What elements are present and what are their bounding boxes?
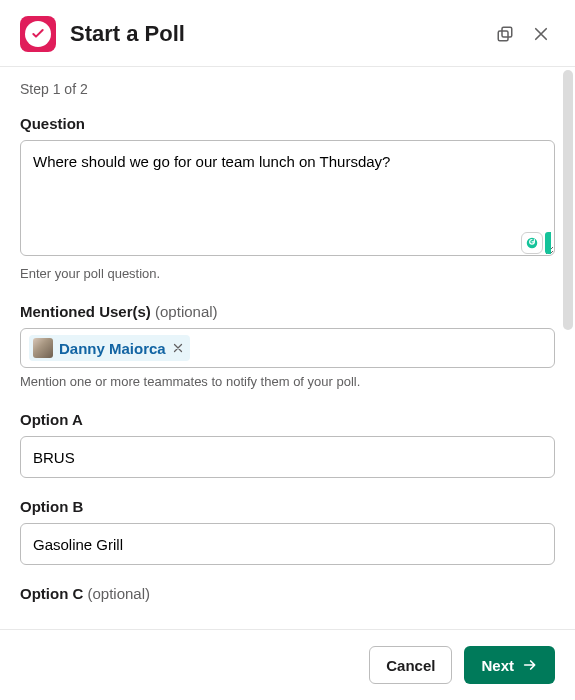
avatar: [33, 338, 53, 358]
question-label: Question: [20, 115, 555, 132]
mention-chip-name: Danny Maiorca: [59, 340, 166, 357]
modal-header: Start a Poll: [0, 0, 575, 67]
poll-modal: Start a Poll Step 1 of 2 Question Enter …: [0, 0, 575, 700]
question-input[interactable]: [20, 140, 555, 256]
poll-app-logo: [25, 21, 51, 47]
scrollbar[interactable]: [563, 70, 573, 330]
app-icon: [20, 16, 56, 52]
mention-chip[interactable]: Danny Maiorca: [29, 335, 190, 361]
mentions-input[interactable]: Danny Maiorca: [20, 328, 555, 368]
mentions-help: Mention one or more teammates to notify …: [20, 374, 555, 389]
svg-rect-0: [502, 27, 512, 37]
option-b-label: Option B: [20, 498, 555, 515]
modal-title: Start a Poll: [70, 21, 483, 47]
next-button[interactable]: Next: [464, 646, 555, 684]
modal-body: Step 1 of 2 Question Enter your poll que…: [0, 67, 575, 629]
step-indicator: Step 1 of 2: [20, 81, 555, 97]
remove-mention-icon[interactable]: [172, 342, 184, 354]
option-a-label: Option A: [20, 411, 555, 428]
cancel-button[interactable]: Cancel: [369, 646, 452, 684]
open-new-window-icon[interactable]: [491, 20, 519, 48]
question-help: Enter your poll question.: [20, 266, 555, 281]
svg-rect-1: [498, 31, 508, 41]
arrow-right-icon: [522, 657, 538, 673]
option-c-label: Option C (optional): [20, 585, 555, 602]
option-a-input[interactable]: [20, 436, 555, 478]
close-icon[interactable]: [527, 20, 555, 48]
modal-footer: Cancel Next: [0, 629, 575, 700]
mentions-label: Mentioned User(s) (optional): [20, 303, 555, 320]
option-b-input[interactable]: [20, 523, 555, 565]
